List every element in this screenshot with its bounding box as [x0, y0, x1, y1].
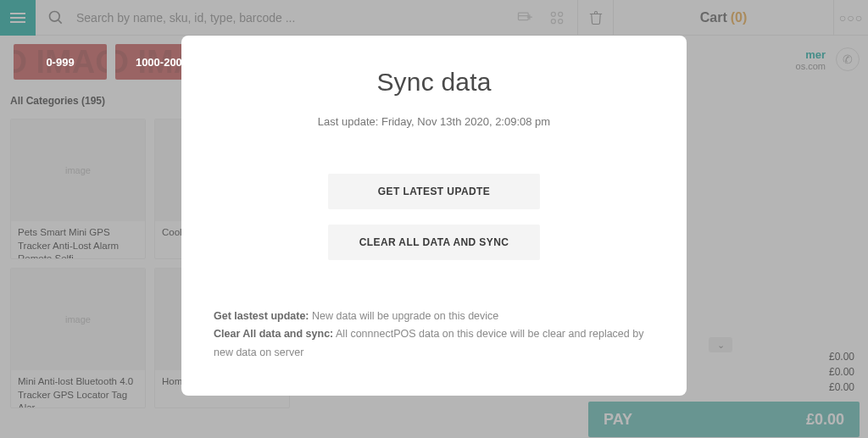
clear-all-data-button[interactable]: CLEAR ALL DATA AND SYNC: [328, 225, 540, 260]
modal-last-update: Last update: Friday, Nov 13th 2020, 2:09…: [214, 115, 654, 128]
modal-overlay[interactable]: Sync data Last update: Friday, Nov 13th …: [0, 0, 868, 438]
desc1-label: Get lastest update:: [214, 310, 309, 322]
desc2-label: Clear All data and sync:: [214, 328, 333, 340]
get-latest-update-button[interactable]: GET LATEST UPADTE: [328, 174, 540, 209]
price-chip-label: 0-999: [46, 56, 74, 69]
modal-title: Sync data: [214, 68, 654, 97]
sync-data-modal: Sync data Last update: Friday, Nov 13th …: [181, 36, 687, 396]
price-chip-label: 1000-2000: [136, 56, 188, 69]
modal-description: Get lastest update: New data will be upg…: [214, 308, 654, 362]
desc1-text: New data will be upgrade on this device: [309, 310, 499, 322]
